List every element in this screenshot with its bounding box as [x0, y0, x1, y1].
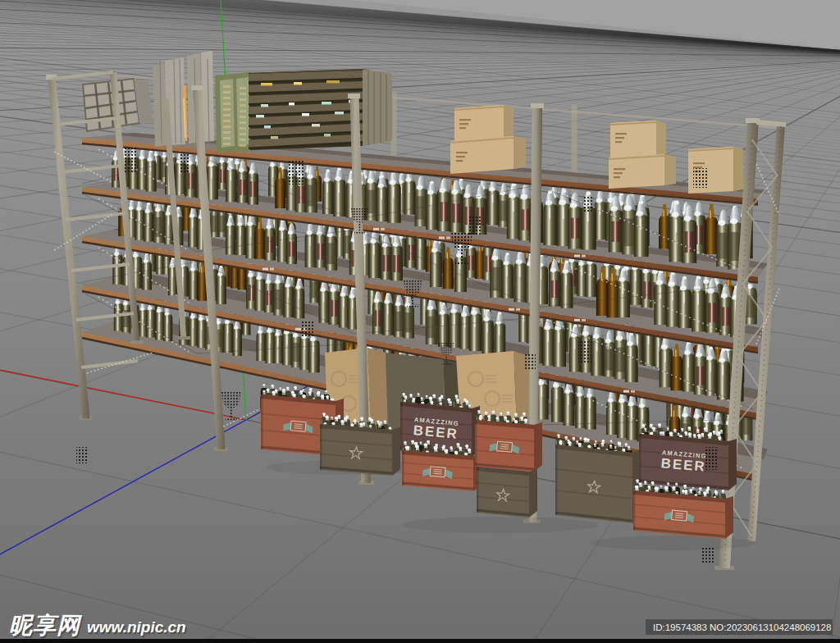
svg-text:昵享网: 昵享网 — [9, 613, 82, 638]
svg-text:ID:19574383 NO:202306131042480: ID:19574383 NO:20230613104248069128 — [653, 622, 831, 632]
svg-text:www.nipic.cn: www.nipic.cn — [87, 618, 186, 636]
